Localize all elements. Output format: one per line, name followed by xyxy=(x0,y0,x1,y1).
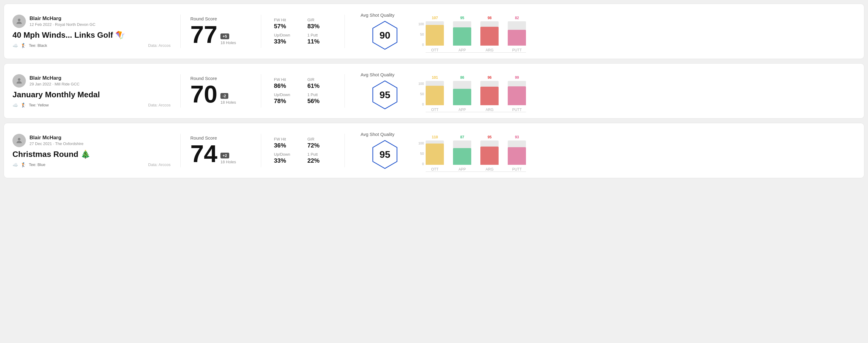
stat-gir-label-2: GIR xyxy=(307,77,335,82)
avatar-2 xyxy=(12,74,26,88)
stat-oneputt-2: 1 Putt 56% xyxy=(307,92,335,104)
score-label-2: Round Score xyxy=(190,76,251,81)
y-label-0: 0 xyxy=(418,102,424,106)
hexagon-score-3: 95 xyxy=(379,149,391,160)
left-section-3: Blair McHarg 27 Dec 2021 · The Oxfordshi… xyxy=(12,134,170,167)
round-title-1: 40 Mph Winds... Links Golf 🪁 xyxy=(12,30,170,40)
svg-point-1 xyxy=(18,78,21,81)
stat-oneputt-label-3: 1 Putt xyxy=(307,152,335,157)
avatar-icon-2 xyxy=(15,77,23,85)
y-axis: 100 50 0 xyxy=(418,22,424,53)
bar-label-ott: OTT xyxy=(431,167,438,172)
stat-updown-1: Up/Down 33% xyxy=(274,33,301,45)
stat-fw-hit-3: FW Hit 36% xyxy=(274,137,301,149)
stat-updown-value-3: 33% xyxy=(274,157,301,164)
user-row-2: Blair McHarg 29 Jan 2022 · Mill Ride GCC xyxy=(12,74,170,88)
chart-section-2: 100 50 0 101 OTT 86 APP 96 ARG 99 xyxy=(418,70,856,112)
divider-mid-3 xyxy=(261,134,261,167)
stat-fw-hit-label-2: FW Hit xyxy=(274,77,301,82)
bar-label-putt: PUTT xyxy=(512,107,522,112)
quality-section-2: Avg Shot Quality 95 xyxy=(361,72,409,110)
bar-chart-wrapper: 100 50 0 101 OTT 86 APP 96 ARG 99 xyxy=(418,70,856,112)
round-card-3: Blair McHarg 27 Dec 2021 · The Oxfordshi… xyxy=(4,123,864,178)
avatar-icon-3 xyxy=(15,136,23,145)
bar-inner-app xyxy=(453,148,471,165)
bar-inner-ott xyxy=(426,25,444,45)
stat-gir-value-1: 83% xyxy=(307,23,335,30)
hexagon-1: 90 xyxy=(370,20,400,51)
score-label-3: Round Score xyxy=(190,135,251,141)
bar-value-putt: 93 xyxy=(515,135,519,139)
tee-info-2: ☁️ 🏌 Tee: Yellow xyxy=(12,102,49,108)
stats-section-2: FW Hit 86% GIR 61% Up/Down 78% 1 Putt 56… xyxy=(274,77,335,104)
bars-area: 110 OTT 87 APP 95 ARG 93 PUTT xyxy=(426,135,526,172)
data-source-1: Data: Arccos xyxy=(148,43,170,48)
round-card-2: Blair McHarg 29 Jan 2022 · Mill Ride GCC… xyxy=(4,63,864,119)
user-row-1: Blair McHarg 12 Feb 2022 · Royal North D… xyxy=(12,14,170,28)
tee-marker-icon-1: 🏌 xyxy=(21,43,26,48)
weather-icon-3: ☁️ xyxy=(12,162,18,167)
tee-label-3: Tee: Blue xyxy=(29,162,45,167)
bar-group-ott: 110 OTT xyxy=(426,135,444,172)
stat-gir-value-2: 61% xyxy=(307,83,335,89)
bar-label-app: APP xyxy=(459,107,466,112)
divider-mid-2 xyxy=(261,74,261,107)
bar-outer-arg xyxy=(480,21,499,45)
bar-outer-putt xyxy=(508,141,526,165)
hexagon-container-2: 95 xyxy=(361,80,409,110)
bars-area: 107 OTT 95 APP 98 ARG 82 PUTT xyxy=(426,16,526,53)
user-info-3: Blair McHarg 27 Dec 2021 · The Oxfordshi… xyxy=(30,135,84,146)
stat-oneputt-label-1: 1 Putt xyxy=(307,33,335,37)
bar-value-arg: 95 xyxy=(488,135,492,139)
score-badge-1: +5 xyxy=(220,33,229,39)
y-label-100: 100 xyxy=(418,82,424,86)
bar-group-app: 86 APP xyxy=(453,75,471,112)
score-row-1: 77 +5 18 Holes xyxy=(190,23,251,47)
bar-group-arg: 95 ARG xyxy=(480,135,499,172)
bar-group-putt: 82 PUTT xyxy=(508,16,526,52)
bar-outer-ott xyxy=(426,141,444,165)
y-axis: 100 50 0 xyxy=(418,142,424,172)
divider-right-3 xyxy=(344,134,345,167)
bar-inner-putt xyxy=(508,147,526,165)
y-axis: 100 50 0 xyxy=(418,82,424,112)
stat-gir-label-3: GIR xyxy=(307,137,335,142)
y-label-50: 50 xyxy=(418,152,424,155)
user-name-1: Blair McHarg xyxy=(30,15,95,22)
left-section-1: Blair McHarg 12 Feb 2022 · Royal North D… xyxy=(12,14,170,48)
bar-outer-app xyxy=(453,81,471,105)
bar-outer-ott xyxy=(426,21,444,45)
bar-inner-putt xyxy=(508,86,526,105)
bar-value-app: 87 xyxy=(460,135,464,139)
tee-marker-icon-3: 🏌 xyxy=(21,162,26,167)
chart-section-1: 100 50 0 107 OTT 95 APP 98 ARG 82 xyxy=(418,10,856,53)
svg-point-2 xyxy=(18,138,21,141)
score-number-1: 77 xyxy=(190,23,217,47)
bar-group-ott: 101 OTT xyxy=(426,75,444,112)
stat-updown-label-1: Up/Down xyxy=(274,33,301,37)
holes-text-2: 18 Holes xyxy=(220,100,236,104)
hexagon-score-1: 90 xyxy=(379,30,391,41)
quality-section-1: Avg Shot Quality 90 xyxy=(361,12,409,51)
stat-updown-label-3: Up/Down xyxy=(274,152,301,157)
weather-icon-2: ☁️ xyxy=(12,102,18,108)
bar-inner-arg xyxy=(480,87,499,105)
bar-group-app: 87 APP xyxy=(453,135,471,172)
bar-value-ott: 107 xyxy=(432,16,438,20)
score-badge-holes-2: -2 18 Holes xyxy=(220,93,236,104)
bar-outer-app xyxy=(453,21,471,45)
stat-oneputt-1: 1 Putt 11% xyxy=(307,33,335,45)
y-label-50: 50 xyxy=(418,92,424,96)
y-label-0: 0 xyxy=(418,162,424,166)
bar-label-ott: OTT xyxy=(431,107,438,112)
bar-label-app: APP xyxy=(459,167,466,172)
avatar-3 xyxy=(12,134,26,147)
bar-inner-putt xyxy=(508,30,526,45)
bottom-row-3: ☁️ 🏌 Tee: Blue Data: Arccos xyxy=(12,162,170,167)
divider-right-1 xyxy=(344,14,345,48)
hexagon-container-1: 90 xyxy=(361,20,409,51)
bars-area: 101 OTT 86 APP 96 ARG 99 PUTT xyxy=(426,76,526,112)
user-name-2: Blair McHarg xyxy=(30,75,80,81)
score-number-3: 74 xyxy=(190,142,217,166)
stats-grid-3: FW Hit 36% GIR 72% Up/Down 33% 1 Putt 22… xyxy=(274,137,335,164)
